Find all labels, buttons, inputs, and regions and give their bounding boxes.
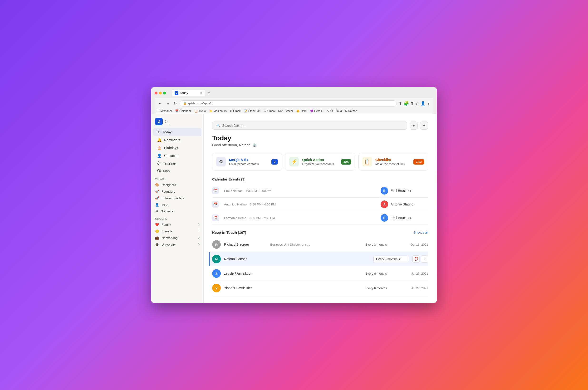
- sidebar-group-family[interactable]: ❤️ Family 1: [151, 221, 203, 228]
- download-icon[interactable]: ⬆: [399, 101, 402, 106]
- bookmark-gmail[interactable]: ✉ Gmail: [230, 109, 241, 113]
- sidebar-view-designers[interactable]: 🎨 Designers: [151, 182, 203, 188]
- refresh-button[interactable]: ↻: [173, 100, 178, 106]
- sidebar-view-mba[interactable]: 👤 MBA: [151, 201, 203, 208]
- checklist-icon: 📋: [362, 157, 372, 166]
- bookmark-gcloud[interactable]: API GCloud: [327, 109, 342, 113]
- chevron-down-icon[interactable]: ▾: [420, 122, 428, 130]
- bookmark-stackedit[interactable]: 📝 StackEdit: [244, 109, 260, 113]
- search-bar[interactable]: 🔍 Search Dex (/)...: [212, 122, 407, 130]
- kit-frequency-yiannis: Every 6 months: [365, 286, 401, 290]
- bookmark-oniri[interactable]: 🐱 Oniri: [296, 109, 307, 113]
- kit-check-button-nathan[interactable]: ✓: [421, 255, 428, 263]
- calendar-event-2[interactable]: 📅 Antonio / Nathan 3:00 PM - 4:00 PM A A…: [212, 198, 428, 211]
- back-button[interactable]: ←: [157, 100, 163, 106]
- bookmark-icon[interactable]: ☆: [415, 101, 419, 106]
- sidebar-view-software[interactable]: 🖥 Software: [151, 208, 203, 214]
- share-icon[interactable]: ⬆: [410, 101, 414, 106]
- kit-row-yiannis[interactable]: Y Yiannis Gavrielides Every 6 months Jul…: [212, 281, 428, 295]
- command-icon[interactable]: >_: [165, 119, 170, 124]
- calendar-section-header: Calendar Events (3): [212, 177, 428, 181]
- checklist-card[interactable]: 📋 Checklist Make the most of Dex 7/12: [358, 153, 428, 171]
- snooze-all-button[interactable]: Snooze all: [414, 231, 428, 234]
- sidebar-group-networking[interactable]: 💼 Networking 0: [151, 235, 203, 241]
- sidebar-item-timeline[interactable]: ⏱ Timeline: [153, 160, 201, 167]
- quick-action-card[interactable]: ⚡ Quick Action Organize your contacts 42…: [285, 153, 355, 171]
- browser-chrome: D Today × + ← → ↻ 🔒 getdex.com/appv3/ ⬆ …: [151, 87, 437, 114]
- cards-row: ⚙ Merge & fix Fix duplicate contacts 3 ⚡…: [212, 153, 428, 171]
- calendar-event-3[interactable]: 📅 Formable Demo 7:00 PM - 7:30 PM E Emil…: [212, 211, 428, 225]
- search-icon: 🔍: [216, 124, 220, 127]
- active-tab[interactable]: D Today ×: [172, 90, 205, 96]
- sidebar-view-founders[interactable]: 🚀 Founders: [151, 188, 203, 195]
- add-button[interactable]: +: [410, 122, 418, 130]
- sidebar-label-contacts: Contacts: [164, 154, 177, 158]
- cal-contact-3[interactable]: E Emil Bruckner: [381, 214, 428, 222]
- sidebar-item-map[interactable]: 🗺 Map: [153, 167, 201, 175]
- quick-action-card-desc: Organize your contacts: [302, 162, 338, 166]
- traffic-lights: [155, 92, 166, 95]
- bookmark-umso[interactable]: 🛡 Umso: [264, 109, 275, 113]
- kit-name-zedshy: zedshy@gmail.com: [224, 272, 267, 275]
- kit-contacts-list: R Richard Bretzger Business Unit Directo…: [212, 237, 428, 295]
- search-placeholder: Search Dex (/)...: [222, 124, 246, 127]
- kit-frequency-dropdown-nathan[interactable]: Every 3 months ▾: [373, 256, 409, 262]
- cal-contact-2[interactable]: A Antonio Stagno: [381, 200, 428, 208]
- merge-card-title: Merge & fix: [229, 158, 268, 162]
- new-tab-button[interactable]: +: [206, 89, 212, 96]
- sidebar-item-reminders[interactable]: 🔔 Reminders: [153, 136, 201, 144]
- calendar-event-1[interactable]: 📅 Emil / Nathan 1:30 PM - 3:00 PM E Emil…: [212, 184, 428, 198]
- cal-contact-1[interactable]: E Emil Bruckner: [381, 187, 428, 195]
- tab-close-button[interactable]: ×: [200, 91, 202, 95]
- kit-company-richard: Business Unit Director at st...: [270, 243, 362, 246]
- sidebar-label-university: University: [161, 243, 176, 246]
- sidebar: D >_ ☀ Today 🔔 Reminders 🎂 Birthdays 👤 C…: [151, 114, 204, 303]
- kit-avatar-nathan: N: [212, 255, 221, 263]
- kit-avatar-zedshy: Z: [212, 269, 221, 278]
- sidebar-item-today[interactable]: ☀ Today: [153, 128, 201, 136]
- tab-label: Today: [180, 91, 188, 95]
- bookmark-trello[interactable]: 📋 Trello: [194, 109, 206, 113]
- cal-icon-3: 📅: [212, 214, 219, 221]
- bookmark-calendar[interactable]: 📅 Calendar: [175, 109, 191, 113]
- cal-event-name-2: Antonio / Nathan 3:00 PM - 4:00 PM: [222, 202, 276, 206]
- sidebar-group-university[interactable]: 🎓 University 0: [151, 241, 203, 248]
- kit-frequency-text-nathan: Every 3 months: [376, 257, 397, 261]
- merge-fix-card[interactable]: ⚙ Merge & fix Fix duplicate contacts 3: [212, 153, 282, 171]
- kit-name-richard: Richard Bretzger: [224, 243, 267, 246]
- kit-row-zedshy[interactable]: Z zedshy@gmail.com Every 6 months Jul 26…: [212, 266, 428, 281]
- kit-snooze-button-nathan[interactable]: ⏰: [412, 255, 420, 263]
- bookmark-mixpanel[interactable]: ⠿ Mixpanel: [157, 109, 172, 113]
- family-badge: 1: [198, 223, 199, 226]
- quick-action-card-title: Quick Action: [302, 158, 338, 162]
- fullscreen-button[interactable]: [163, 92, 166, 95]
- forward-button[interactable]: →: [165, 100, 171, 106]
- bookmark-mescours[interactable]: 📁 Mes cours: [209, 109, 227, 113]
- kit-row-nathan[interactable]: N Nathan Ganser Every 3 months ▾ ⏰ ✓: [209, 252, 428, 266]
- bookmark-nathan[interactable]: N Nathan: [345, 109, 357, 113]
- friends-badge: 0: [198, 230, 199, 233]
- sidebar-item-contacts[interactable]: 👤 Contacts: [153, 152, 201, 160]
- profile-icon[interactable]: 👤: [421, 101, 425, 106]
- sidebar-item-birthdays[interactable]: 🎂 Birthdays: [153, 144, 201, 152]
- kit-date-richard: Oct 13, 2021: [404, 243, 428, 246]
- contact-avatar-3: E: [381, 214, 388, 222]
- quick-action-card-text: Quick Action Organize your contacts: [302, 158, 338, 166]
- menu-icon[interactable]: ⋮: [427, 101, 431, 106]
- sidebar-group-friends[interactable]: 😊 Friends 0: [151, 228, 203, 235]
- bookmark-vocal[interactable]: Vocal: [286, 109, 293, 113]
- dex-logo[interactable]: D: [155, 118, 163, 125]
- extensions-icon[interactable]: 🧩: [404, 101, 409, 106]
- bookmark-heroku[interactable]: 💜 Heroku: [310, 109, 324, 113]
- close-button[interactable]: [155, 92, 157, 95]
- address-bar[interactable]: 🔒 getdex.com/appv3/: [180, 100, 397, 106]
- bookmark-nat[interactable]: Nat: [278, 109, 283, 113]
- lock-icon: 🔒: [183, 102, 187, 105]
- sidebar-view-future-founders[interactable]: 🚀 Future founders: [151, 195, 203, 201]
- friends-icon: 😊: [155, 229, 159, 233]
- kit-row-richard[interactable]: R Richard Bretzger Business Unit Directo…: [212, 237, 428, 252]
- chevron-down-icon: ▾: [399, 257, 400, 261]
- sidebar-logo: D >_: [151, 117, 203, 128]
- minimize-button[interactable]: [159, 92, 162, 95]
- cal-icon-2: 📅: [212, 201, 219, 208]
